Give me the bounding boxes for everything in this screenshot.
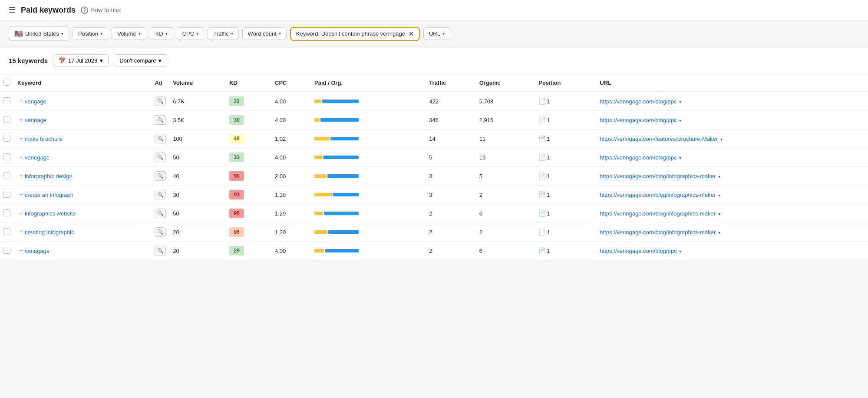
ad-search-icon[interactable]: 🔍 bbox=[155, 153, 166, 162]
doc-icon: 📄 bbox=[538, 172, 546, 179]
url-dropdown-icon[interactable]: ▾ bbox=[679, 100, 681, 104]
date-picker-button[interactable]: 📅 17 Jul 2023 ▾ bbox=[53, 54, 109, 67]
row-traffic-bar-cell bbox=[311, 92, 426, 111]
compare-button[interactable]: Don't compare ▾ bbox=[114, 54, 167, 67]
add-keyword-button[interactable]: + bbox=[19, 228, 23, 235]
row-traffic: 2 bbox=[426, 223, 475, 242]
url-dropdown-icon[interactable]: ▾ bbox=[718, 212, 720, 216]
table-row: + make brochure 🔍 100 48 1.02 14 11 📄1 h… bbox=[0, 129, 868, 148]
add-keyword-button[interactable]: + bbox=[19, 191, 23, 198]
help-link[interactable]: ? How to use bbox=[81, 7, 121, 14]
row-organic: 2,915 bbox=[476, 111, 535, 129]
row-cpc: 4.00 bbox=[271, 92, 311, 111]
url-dropdown-icon[interactable]: ▾ bbox=[679, 118, 681, 123]
keyword-link[interactable]: make brochure bbox=[25, 136, 63, 142]
url-dropdown-icon[interactable]: ▾ bbox=[718, 230, 720, 235]
doc-icon: 📄 bbox=[538, 116, 546, 123]
add-keyword-button[interactable]: + bbox=[19, 116, 23, 123]
add-keyword-button[interactable]: + bbox=[19, 247, 23, 254]
keyword-link[interactable]: inforgraphic design bbox=[25, 173, 73, 179]
organic-bar bbox=[323, 156, 359, 159]
keyword-link[interactable]: vengage bbox=[25, 98, 46, 105]
header-ad: Ad bbox=[151, 74, 169, 92]
organic-bar bbox=[333, 193, 359, 196]
traffic-bar bbox=[314, 211, 362, 216]
url-link[interactable]: https://venngage.com/blog/infographics-m… bbox=[600, 192, 716, 198]
row-kd: 33 bbox=[226, 92, 271, 111]
hamburger-icon[interactable]: ☰ bbox=[9, 5, 16, 15]
ad-search-icon[interactable]: 🔍 bbox=[155, 171, 166, 181]
ad-search-icon[interactable]: 🔍 bbox=[155, 134, 166, 143]
url-dropdown-icon[interactable]: ▾ bbox=[679, 249, 681, 254]
ad-search-icon[interactable]: 🔍 bbox=[155, 190, 166, 199]
row-checkbox[interactable] bbox=[3, 228, 10, 235]
organic-bar bbox=[324, 212, 359, 215]
volume-filter[interactable]: Volume ▾ bbox=[112, 27, 146, 40]
url-link[interactable]: https://venngage.com/blog/infographics-m… bbox=[600, 210, 716, 217]
keyword-link[interactable]: create an infograph bbox=[25, 192, 73, 198]
position-filter[interactable]: Position ▾ bbox=[73, 27, 108, 40]
url-link[interactable]: https://venngage.com/blog/infographics-m… bbox=[600, 229, 716, 235]
row-traffic-bar-cell bbox=[311, 186, 426, 204]
row-organic: 11 bbox=[476, 129, 535, 148]
kd-badge: 30 bbox=[229, 115, 244, 125]
row-url-cell: https://venngage.com/blog/infographics-m… bbox=[596, 223, 868, 242]
keyword-link[interactable]: venegage bbox=[25, 154, 50, 161]
traffic-filter[interactable]: Traffic ▾ bbox=[208, 27, 238, 40]
row-checkbox-cell bbox=[0, 242, 14, 260]
url-link[interactable]: https://venngage.com/features/Brochure-M… bbox=[600, 136, 718, 142]
url-dropdown-icon[interactable]: ▾ bbox=[679, 156, 681, 160]
url-link[interactable]: https://venngage.com/blog/ppc bbox=[600, 248, 677, 254]
cpc-filter[interactable]: CPC ▾ bbox=[177, 27, 204, 40]
row-checkbox[interactable] bbox=[3, 191, 10, 198]
row-checkbox[interactable] bbox=[3, 209, 10, 216]
ad-search-icon[interactable]: 🔍 bbox=[155, 96, 166, 106]
row-checkbox[interactable] bbox=[3, 247, 10, 254]
url-dropdown-icon[interactable]: ▾ bbox=[718, 193, 720, 198]
row-volume: 20 bbox=[169, 242, 226, 260]
keyword-link[interactable]: infographics website bbox=[25, 210, 76, 217]
url-link[interactable]: https://venngage.com/blog/ppc bbox=[600, 154, 677, 161]
select-all-checkbox[interactable] bbox=[3, 79, 10, 86]
url-link[interactable]: https://venngage.com/blog/ppc bbox=[600, 98, 677, 105]
add-keyword-button[interactable]: + bbox=[19, 97, 23, 105]
add-keyword-button[interactable]: + bbox=[19, 209, 23, 217]
row-checkbox[interactable] bbox=[3, 97, 10, 104]
row-checkbox[interactable] bbox=[3, 153, 10, 160]
row-volume: 50 bbox=[169, 148, 226, 167]
row-checkbox[interactable] bbox=[3, 172, 10, 179]
ad-search-icon[interactable]: 🔍 bbox=[155, 115, 166, 125]
add-keyword-button[interactable]: + bbox=[19, 135, 23, 142]
ad-search-icon[interactable]: 🔍 bbox=[155, 209, 166, 218]
header-checkbox-col bbox=[0, 74, 14, 92]
keyword-link[interactable]: creating infographic bbox=[25, 229, 74, 235]
country-filter[interactable]: 🇺🇸 United States ▾ bbox=[9, 27, 69, 41]
search-icon: 🔍 bbox=[157, 136, 164, 142]
row-checkbox[interactable] bbox=[3, 135, 10, 142]
row-keyword-cell: + venagage bbox=[14, 242, 151, 260]
ad-search-icon[interactable]: 🔍 bbox=[155, 227, 166, 237]
ad-search-icon[interactable]: 🔍 bbox=[155, 246, 166, 255]
table-row: + vennage 🔍 3.5K 30 4.00 346 2,915 📄1 ht… bbox=[0, 111, 868, 129]
row-checkbox[interactable] bbox=[3, 116, 10, 123]
url-link[interactable]: https://venngage.com/blog/infographics-m… bbox=[600, 173, 716, 179]
header-paid-org: Paid / Org. bbox=[311, 74, 426, 92]
url-dropdown-icon[interactable]: ▾ bbox=[720, 137, 723, 142]
header-url: URL bbox=[596, 74, 868, 92]
row-traffic-bar-cell bbox=[311, 129, 426, 148]
row-ad-cell: 🔍 bbox=[151, 92, 169, 111]
add-keyword-button[interactable]: + bbox=[19, 153, 23, 161]
keyword-link[interactable]: venagage bbox=[25, 248, 50, 254]
kd-badge: 90 bbox=[229, 171, 244, 181]
row-checkbox-cell bbox=[0, 148, 14, 167]
country-chevron-icon: ▾ bbox=[61, 31, 63, 36]
url-link[interactable]: https://venngage.com/blog/ppc bbox=[600, 117, 677, 123]
url-filter[interactable]: URL ▾ bbox=[423, 27, 450, 40]
kd-filter[interactable]: KD ▾ bbox=[150, 27, 173, 40]
word-count-filter[interactable]: Word count ▾ bbox=[242, 27, 287, 40]
filter-close-button[interactable]: ✕ bbox=[409, 30, 414, 37]
add-keyword-button[interactable]: + bbox=[19, 172, 23, 179]
date-chevron-icon: ▾ bbox=[100, 57, 103, 64]
keyword-link[interactable]: vennage bbox=[25, 117, 46, 123]
url-dropdown-icon[interactable]: ▾ bbox=[718, 174, 720, 179]
